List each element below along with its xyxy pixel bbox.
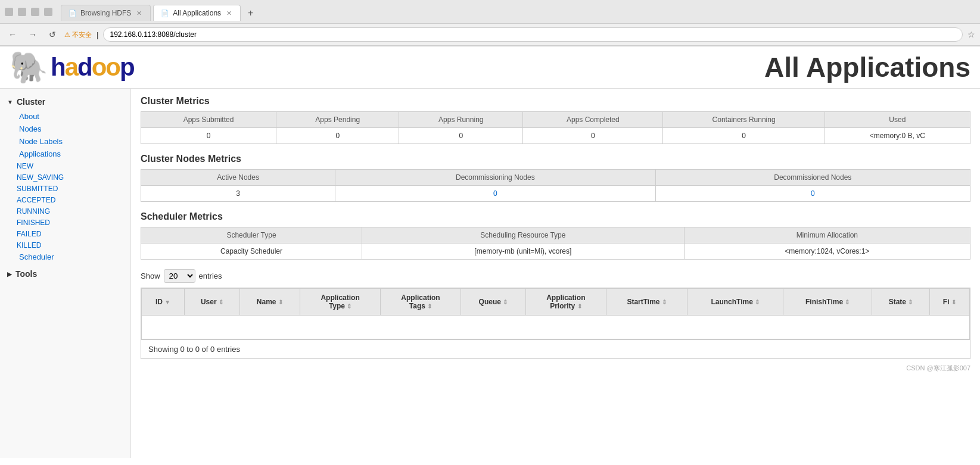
- running-link[interactable]: RUNNING: [17, 207, 50, 216]
- title-bar: 📄 Browsing HDFS ✕ 📄 All Applications ✕ +: [0, 0, 980, 24]
- cn-header-active: Active Nodes: [141, 170, 335, 186]
- app-subnav: NEW NEW_SAVING SUBMITTED ACCEPTED RUNNIN…: [0, 160, 130, 251]
- sm-val-min-alloc: <memory:1024, vCores:1>: [684, 244, 970, 260]
- page-title-big: All Applications: [764, 51, 970, 83]
- col-state[interactable]: State ⇕: [872, 289, 929, 316]
- cm-header-completed: Apps Completed: [523, 112, 663, 128]
- new-link[interactable]: NEW: [17, 162, 33, 170]
- sort-icon-state: ⇕: [908, 299, 913, 305]
- tab-all-applications[interactable]: 📄 All Applications ✕: [153, 5, 241, 21]
- sidebar-item-new-saving[interactable]: NEW_SAVING: [10, 171, 130, 183]
- scheduler-metrics-table: Scheduler Type Scheduling Resource Type …: [141, 227, 970, 260]
- applications-link[interactable]: Applications: [19, 149, 61, 158]
- node-labels-link[interactable]: Node Labels: [19, 137, 63, 146]
- address-input[interactable]: [103, 27, 963, 42]
- tab-bar: 📄 Browsing HDFS ✕ 📄 All Applications ✕ +: [56, 2, 263, 21]
- sort-icon-user: ⇕: [219, 299, 223, 305]
- entries-select[interactable]: 10 20 50 100: [164, 269, 195, 283]
- tab-title-2: All Applications: [173, 9, 221, 17]
- col-id[interactable]: ID ▼: [142, 289, 185, 316]
- sort-icon-app-priority: ⇕: [577, 303, 582, 310]
- security-icon: ⚠ 不安全: [64, 30, 92, 39]
- sidebar-item-about[interactable]: About: [12, 110, 130, 123]
- tools-header[interactable]: ▶ Tools: [0, 266, 130, 282]
- star-button[interactable]: ☆: [967, 30, 975, 39]
- cn-val-decommissioning: 0: [335, 186, 655, 202]
- tools-label: Tools: [15, 269, 37, 279]
- sort-icon-id: ▼: [164, 299, 170, 305]
- col-name[interactable]: Name ⇕: [239, 289, 300, 316]
- sort-icon-app-type: ⇕: [347, 303, 351, 310]
- apps-table: ID ▼ User ⇕ Name ⇕ ApplicationType ⇕ App…: [141, 288, 970, 339]
- sidebar-item-new[interactable]: NEW: [10, 160, 130, 171]
- sort-icon-start-time: ⇕: [662, 299, 667, 305]
- elephant-icon: 🐘: [10, 52, 48, 83]
- sidebar-item-finished[interactable]: FINISHED: [10, 217, 130, 228]
- col-start-time[interactable]: StartTime ⇕: [606, 289, 687, 316]
- cluster-metrics-title: Cluster Metrics: [141, 96, 970, 107]
- about-link[interactable]: About: [19, 112, 39, 121]
- col-app-priority[interactable]: ApplicationPriority ⇕: [525, 289, 606, 316]
- tab-close-1[interactable]: ✕: [135, 9, 143, 17]
- refresh-button[interactable]: ↺: [45, 29, 60, 40]
- sidebar-item-running[interactable]: RUNNING: [10, 205, 130, 217]
- content: Cluster Metrics Apps Submitted Apps Pend…: [131, 89, 980, 458]
- sidebar-item-killed[interactable]: KILLED: [10, 239, 130, 251]
- sidebar-item-failed[interactable]: FAILED: [10, 228, 130, 239]
- cluster-header[interactable]: ▼ Cluster: [0, 93, 130, 110]
- cn-header-decommissioning: Decommissioning Nodes: [335, 170, 655, 186]
- cluster-nodes-table: Active Nodes Decommissioning Nodes Decom…: [141, 169, 970, 202]
- scheduler-link[interactable]: Scheduler: [19, 252, 54, 261]
- window-btn-4[interactable]: [44, 8, 52, 16]
- cm-header-pending: Apps Pending: [276, 112, 399, 128]
- sidebar-item-accepted[interactable]: ACCEPTED: [10, 194, 130, 205]
- killed-link[interactable]: KILLED: [17, 241, 41, 249]
- sidebar-item-applications[interactable]: Applications: [12, 148, 130, 160]
- cluster-nav: About Nodes Node Labels Applications: [0, 110, 130, 160]
- col-queue[interactable]: Queue ⇕: [461, 289, 525, 316]
- scheduler-nav: Scheduler: [0, 251, 130, 263]
- col-app-tags[interactable]: ApplicationTags ⇕: [381, 289, 461, 316]
- sidebar-cluster-section: ▼ Cluster About Nodes Node Labels Applic…: [0, 93, 130, 263]
- scheduler-metrics-title: Scheduler Metrics: [141, 211, 970, 222]
- address-bar: ← → ↺ ⚠ 不安全 | ☆: [0, 24, 980, 46]
- sm-val-resource-type: [memory-mb (unit=Mi), vcores]: [362, 244, 685, 260]
- nodes-link[interactable]: Nodes: [19, 124, 42, 133]
- sidebar-item-submitted[interactable]: SUBMITTED: [10, 183, 130, 194]
- decommissioned-link[interactable]: 0: [811, 189, 815, 198]
- cm-header-used: Used: [825, 112, 970, 128]
- cm-val-running: 0: [399, 128, 523, 144]
- sidebar-item-node-labels[interactable]: Node Labels: [12, 135, 130, 148]
- decommissioning-link[interactable]: 0: [493, 189, 497, 198]
- col-fi[interactable]: Fi ⇕: [929, 289, 969, 316]
- finished-link[interactable]: FINISHED: [17, 219, 50, 227]
- main-layout: ▼ Cluster About Nodes Node Labels Applic…: [0, 89, 980, 458]
- show-entries: Show 10 20 50 100 entries: [141, 269, 970, 283]
- back-button[interactable]: ←: [5, 29, 20, 40]
- window-btn-2[interactable]: [18, 8, 26, 16]
- sort-icon-queue: ⇕: [503, 299, 508, 305]
- accepted-link[interactable]: ACCEPTED: [17, 196, 55, 204]
- col-user[interactable]: User ⇕: [185, 289, 239, 316]
- new-saving-link[interactable]: NEW_SAVING: [17, 173, 64, 182]
- sidebar-item-scheduler[interactable]: Scheduler: [12, 251, 130, 263]
- col-launch-time[interactable]: LaunchTime ⇕: [687, 289, 783, 316]
- sidebar-item-nodes[interactable]: Nodes: [12, 123, 130, 135]
- footer-credit: CSDN @寒江孤影007: [141, 364, 970, 373]
- show-label: Show: [141, 271, 160, 280]
- sort-icon-finish-time: ⇕: [845, 299, 850, 305]
- tab-browsing-hdfs[interactable]: 📄 Browsing HDFS ✕: [61, 5, 151, 21]
- tab-close-2[interactable]: ✕: [225, 9, 233, 17]
- submitted-link[interactable]: SUBMITTED: [17, 185, 58, 193]
- window-btn-3[interactable]: [31, 8, 39, 16]
- new-tab-button[interactable]: +: [243, 5, 258, 21]
- window-btn-1[interactable]: [5, 8, 13, 16]
- window-controls: [5, 8, 52, 16]
- failed-link[interactable]: FAILED: [17, 230, 41, 238]
- forward-button[interactable]: →: [25, 29, 41, 40]
- col-app-type[interactable]: ApplicationType ⇕: [300, 289, 381, 316]
- address-separator: |: [97, 30, 98, 39]
- cm-val-submitted: 0: [141, 128, 276, 144]
- col-finish-time[interactable]: FinishTime ⇕: [783, 289, 872, 316]
- cm-val-used: <memory:0 B, vC: [825, 128, 970, 144]
